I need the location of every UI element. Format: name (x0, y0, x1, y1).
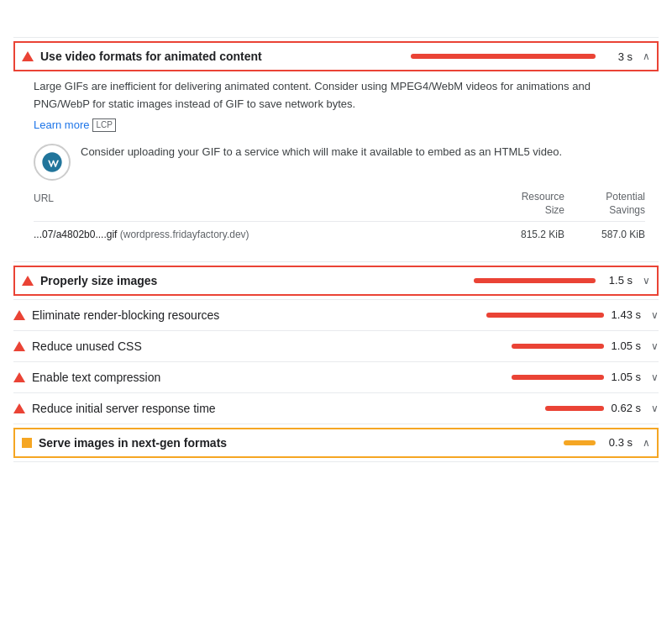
opportunity-item-text-compression: Enable text compression1.05 s∨ (13, 362, 659, 393)
opportunity-label: Properly size images (40, 274, 464, 287)
opportunity-header-video-formats[interactable]: Use video formats for animated content3 … (13, 41, 659, 71)
chevron-icon: ∧ (643, 437, 650, 449)
gif-note-text: Consider uploading your GIF to a service… (81, 144, 562, 161)
savings-container: 0.3 s∧ (564, 436, 650, 449)
opportunity-item-video-formats: Use video formats for animated content3 … (13, 41, 659, 262)
opportunity-header-server-response[interactable]: Reduce initial server response time0.62 … (13, 393, 659, 424)
expanded-content-video-formats: Large GIFs are inefficient for deliverin… (13, 75, 659, 261)
resource-size-header: Resource Size (511, 191, 578, 217)
opportunity-item-eliminate-render: Eliminate render-blocking resources1.43 … (13, 300, 659, 331)
lcp-badge: LCP (92, 118, 115, 132)
square-icon (22, 438, 32, 448)
savings-bar (545, 406, 604, 411)
opportunity-label: Enable text compression (32, 371, 501, 384)
savings-bar (411, 54, 596, 59)
opportunity-header-eliminate-render[interactable]: Eliminate render-blocking resources1.43 … (13, 300, 659, 330)
gif-note: Consider uploading your GIF to a service… (34, 144, 645, 181)
opportunities-section: Use video formats for animated content3 … (13, 27, 659, 462)
savings-value: 1.43 s (611, 308, 641, 321)
savings-value: 1.5 s (602, 274, 633, 287)
triangle-icon (22, 51, 34, 61)
potential-savings-cell: 587.0 KiB (578, 227, 645, 243)
url-table: URLResource SizePotential Savings...07/a… (34, 191, 645, 247)
savings-bar (474, 278, 596, 283)
opportunity-label: Reduce initial server response time (32, 402, 535, 415)
resource-size-cell: 815.2 KiB (511, 227, 578, 243)
savings-value: 0.3 s (602, 436, 633, 449)
triangle-icon (13, 341, 25, 351)
url-col-header: URL (34, 191, 511, 217)
savings-container: 1.05 s∨ (512, 371, 659, 383)
opportunity-item-properly-size: Properly size images1.5 s∨ (13, 266, 659, 300)
opportunities-list: Use video formats for animated content3 … (13, 41, 659, 462)
savings-container: 3 s∧ (411, 50, 650, 63)
savings-container: 0.62 s∨ (545, 402, 659, 414)
savings-bar (512, 344, 604, 349)
savings-value: 1.05 s (611, 371, 641, 383)
savings-bar (486, 313, 604, 318)
chevron-icon: ∧ (643, 50, 650, 62)
opportunity-header-properly-size[interactable]: Properly size images1.5 s∨ (13, 266, 659, 296)
potential-savings-header: Potential Savings (578, 191, 645, 217)
opportunity-item-server-response: Reduce initial server response time0.62 … (13, 393, 659, 424)
column-headers (13, 27, 659, 38)
triangle-icon (22, 276, 34, 286)
opportunity-header-next-gen-formats[interactable]: Serve images in next-gen formats0.3 s∧ (13, 428, 659, 458)
description-text: Large GIFs are inefficient for deliverin… (34, 78, 645, 113)
url-cell: ...07/a4802b0....gif (wordpress.fridayfa… (34, 227, 511, 243)
savings-container: 1.5 s∨ (474, 274, 650, 287)
opportunity-label: Serve images in next-gen formats (39, 436, 554, 450)
opportunity-item-next-gen-formats: Serve images in next-gen formats0.3 s∧ (13, 428, 659, 462)
savings-container: 1.05 s∨ (512, 339, 659, 352)
opportunity-label: Reduce unused CSS (32, 339, 501, 353)
triangle-icon (13, 372, 25, 382)
opportunity-header-text-compression[interactable]: Enable text compression1.05 s∨ (13, 362, 659, 392)
triangle-icon (13, 403, 25, 413)
opportunity-header-reduce-css[interactable]: Reduce unused CSS1.05 s∨ (13, 331, 659, 361)
triangle-icon (13, 310, 25, 320)
chevron-icon: ∨ (651, 340, 659, 352)
savings-bar (564, 440, 596, 445)
savings-container: 1.43 s∨ (486, 308, 659, 321)
savings-bar (512, 375, 604, 380)
chevron-icon: ∨ (651, 403, 659, 414)
chevron-icon: ∨ (651, 371, 659, 383)
savings-value: 1.05 s (611, 339, 641, 352)
chevron-icon: ∨ (651, 309, 659, 321)
wordpress-logo (34, 144, 71, 181)
opportunity-label: Eliminate render-blocking resources (32, 308, 476, 322)
learn-more-link[interactable]: Learn more (34, 118, 89, 131)
savings-value: 0.62 s (611, 402, 641, 414)
url-table-header: URLResource SizePotential Savings (34, 191, 645, 221)
savings-value: 3 s (602, 50, 633, 63)
opportunity-item-reduce-css: Reduce unused CSS1.05 s∨ (13, 331, 659, 362)
chevron-icon: ∨ (643, 275, 650, 287)
opportunity-label: Use video formats for animated content (40, 50, 401, 63)
url-table-row: ...07/a4802b0....gif (wordpress.fridayfa… (34, 222, 645, 248)
